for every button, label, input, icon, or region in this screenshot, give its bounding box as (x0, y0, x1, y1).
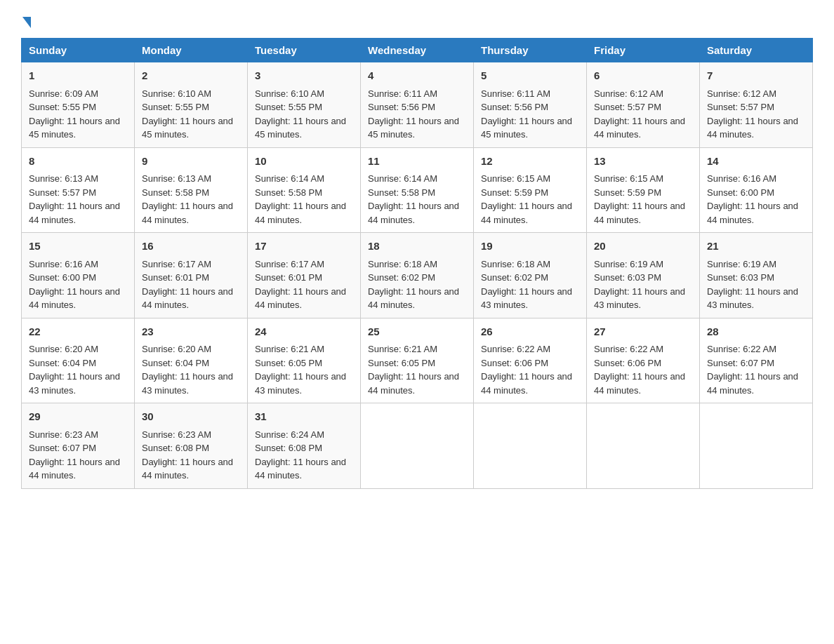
header-friday: Friday (587, 39, 700, 62)
day-number: 7 (707, 68, 805, 84)
day-daylight: Daylight: 11 hours and 45 minutes. (481, 116, 572, 140)
day-number: 30 (142, 409, 240, 425)
day-number: 31 (255, 409, 353, 425)
day-number: 13 (594, 154, 692, 170)
header-thursday: Thursday (474, 39, 587, 62)
calendar-week-row: 1 Sunrise: 6:09 AM Sunset: 5:55 PM Dayli… (22, 62, 813, 148)
day-daylight: Daylight: 11 hours and 44 minutes. (255, 457, 346, 481)
day-number: 28 (707, 324, 805, 340)
day-daylight: Daylight: 11 hours and 45 minutes. (255, 116, 346, 140)
day-number: 6 (594, 68, 692, 84)
calendar-day-cell: 24 Sunrise: 6:21 AM Sunset: 6:05 PM Dayl… (248, 318, 361, 403)
day-daylight: Daylight: 11 hours and 43 minutes. (594, 286, 685, 311)
day-sunrise: Sunrise: 6:16 AM (707, 173, 776, 184)
day-number: 12 (481, 154, 579, 170)
day-daylight: Daylight: 11 hours and 44 minutes. (368, 201, 459, 225)
day-sunset: Sunset: 6:04 PM (29, 358, 96, 368)
day-sunrise: Sunrise: 6:13 AM (29, 173, 98, 184)
day-sunset: Sunset: 5:57 PM (29, 187, 96, 198)
day-sunset: Sunset: 5:56 PM (481, 102, 548, 112)
calendar-day-cell: 29 Sunrise: 6:23 AM Sunset: 6:07 PM Dayl… (22, 403, 135, 489)
day-number: 3 (255, 68, 353, 84)
day-number: 9 (142, 154, 240, 170)
day-sunset: Sunset: 6:01 PM (255, 272, 322, 283)
day-sunset: Sunset: 6:00 PM (707, 187, 774, 198)
day-sunrise: Sunrise: 6:19 AM (707, 259, 776, 269)
calendar-day-cell: 5 Sunrise: 6:11 AM Sunset: 5:56 PM Dayli… (474, 62, 587, 148)
day-sunset: Sunset: 5:58 PM (255, 187, 322, 198)
day-daylight: Daylight: 11 hours and 44 minutes. (368, 371, 459, 396)
calendar-day-cell: 4 Sunrise: 6:11 AM Sunset: 5:56 PM Dayli… (361, 62, 474, 148)
day-sunset: Sunset: 6:02 PM (368, 272, 435, 283)
day-sunset: Sunset: 6:01 PM (142, 272, 209, 283)
day-number: 23 (142, 324, 240, 340)
day-number: 21 (707, 239, 805, 255)
day-sunrise: Sunrise: 6:20 AM (142, 344, 211, 354)
day-sunrise: Sunrise: 6:15 AM (481, 173, 550, 184)
day-daylight: Daylight: 11 hours and 45 minutes. (368, 116, 459, 140)
day-sunset: Sunset: 6:08 PM (255, 443, 322, 453)
day-daylight: Daylight: 11 hours and 44 minutes. (142, 286, 233, 311)
header-monday: Monday (135, 39, 248, 62)
day-sunrise: Sunrise: 6:10 AM (142, 88, 211, 99)
day-sunset: Sunset: 5:55 PM (255, 102, 322, 112)
day-sunset: Sunset: 5:55 PM (29, 102, 96, 112)
day-daylight: Daylight: 11 hours and 43 minutes. (255, 371, 346, 396)
day-sunset: Sunset: 6:07 PM (29, 443, 96, 453)
day-sunrise: Sunrise: 6:21 AM (368, 344, 437, 354)
day-daylight: Daylight: 11 hours and 43 minutes. (29, 371, 120, 396)
calendar-week-row: 22 Sunrise: 6:20 AM Sunset: 6:04 PM Dayl… (22, 318, 813, 403)
day-sunrise: Sunrise: 6:21 AM (255, 344, 324, 354)
day-daylight: Daylight: 11 hours and 43 minutes. (142, 371, 233, 396)
calendar-day-cell: 21 Sunrise: 6:19 AM Sunset: 6:03 PM Dayl… (700, 233, 813, 318)
day-daylight: Daylight: 11 hours and 44 minutes. (594, 201, 685, 225)
day-sunset: Sunset: 6:03 PM (594, 272, 661, 283)
calendar-day-cell: 14 Sunrise: 6:16 AM Sunset: 6:00 PM Dayl… (700, 147, 813, 233)
calendar-day-cell (361, 403, 474, 489)
day-daylight: Daylight: 11 hours and 43 minutes. (481, 286, 572, 311)
day-daylight: Daylight: 11 hours and 45 minutes. (142, 116, 233, 140)
day-sunset: Sunset: 5:59 PM (481, 187, 548, 198)
page-header (21, 14, 813, 24)
day-sunrise: Sunrise: 6:14 AM (255, 173, 324, 184)
day-sunset: Sunset: 6:07 PM (707, 358, 774, 368)
day-daylight: Daylight: 11 hours and 44 minutes. (255, 286, 346, 311)
day-number: 19 (481, 239, 579, 255)
calendar-day-cell: 10 Sunrise: 6:14 AM Sunset: 5:58 PM Dayl… (248, 147, 361, 233)
calendar-day-cell (700, 403, 813, 489)
logo-triangle-icon (22, 17, 31, 28)
day-sunrise: Sunrise: 6:19 AM (594, 259, 663, 269)
calendar-day-cell: 17 Sunrise: 6:17 AM Sunset: 6:01 PM Dayl… (248, 233, 361, 318)
day-daylight: Daylight: 11 hours and 44 minutes. (29, 286, 120, 311)
day-sunrise: Sunrise: 6:09 AM (29, 88, 98, 99)
day-number: 2 (142, 68, 240, 84)
day-sunrise: Sunrise: 6:10 AM (255, 88, 324, 99)
day-number: 11 (368, 154, 466, 170)
day-sunset: Sunset: 5:58 PM (142, 187, 209, 198)
day-daylight: Daylight: 11 hours and 44 minutes. (29, 457, 120, 481)
day-sunset: Sunset: 6:02 PM (481, 272, 548, 283)
day-sunrise: Sunrise: 6:22 AM (594, 344, 663, 354)
day-sunrise: Sunrise: 6:12 AM (707, 88, 776, 99)
calendar-day-cell: 6 Sunrise: 6:12 AM Sunset: 5:57 PM Dayli… (587, 62, 700, 148)
day-sunrise: Sunrise: 6:23 AM (29, 429, 98, 440)
day-number: 26 (481, 324, 579, 340)
day-sunrise: Sunrise: 6:17 AM (142, 259, 211, 269)
day-sunrise: Sunrise: 6:17 AM (255, 259, 324, 269)
day-number: 24 (255, 324, 353, 340)
day-sunset: Sunset: 6:08 PM (142, 443, 209, 453)
day-number: 8 (29, 154, 127, 170)
calendar-day-cell: 16 Sunrise: 6:17 AM Sunset: 6:01 PM Dayl… (135, 233, 248, 318)
day-daylight: Daylight: 11 hours and 44 minutes. (481, 371, 572, 396)
day-sunset: Sunset: 6:04 PM (142, 358, 209, 368)
day-sunset: Sunset: 6:00 PM (29, 272, 96, 283)
day-sunrise: Sunrise: 6:11 AM (368, 88, 437, 99)
calendar-day-cell: 11 Sunrise: 6:14 AM Sunset: 5:58 PM Dayl… (361, 147, 474, 233)
day-number: 22 (29, 324, 127, 340)
day-sunrise: Sunrise: 6:11 AM (481, 88, 550, 99)
calendar-day-cell: 18 Sunrise: 6:18 AM Sunset: 6:02 PM Dayl… (361, 233, 474, 318)
day-sunset: Sunset: 5:57 PM (594, 102, 661, 112)
header-tuesday: Tuesday (248, 39, 361, 62)
day-sunset: Sunset: 6:06 PM (594, 358, 661, 368)
day-number: 16 (142, 239, 240, 255)
